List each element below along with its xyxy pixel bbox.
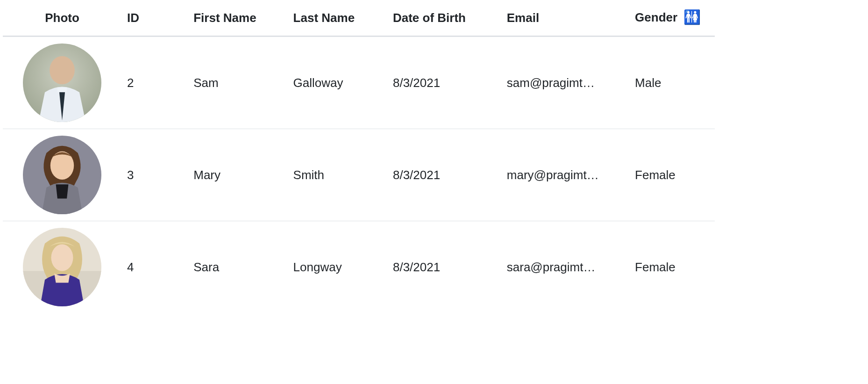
table-row[interactable]: 3 Mary Smith 8/3/2021 mary@pragimt… Fema… bbox=[3, 129, 715, 221]
cell-photo bbox=[3, 129, 121, 221]
svg-point-7 bbox=[51, 244, 73, 271]
avatar bbox=[23, 43, 101, 122]
employee-table: Photo ID First Name Last Name Date of Bi… bbox=[3, 0, 715, 313]
cell-last-name: Longway bbox=[288, 221, 387, 313]
cell-last-name: Smith bbox=[288, 129, 387, 221]
cell-email: sam@pragimt… bbox=[501, 36, 629, 129]
cell-id: 3 bbox=[121, 129, 188, 221]
cell-date-of-birth: 8/3/2021 bbox=[387, 221, 501, 313]
header-first-name[interactable]: First Name bbox=[188, 0, 287, 36]
cell-first-name: Sara bbox=[188, 221, 287, 313]
avatar bbox=[23, 228, 101, 306]
header-last-name[interactable]: Last Name bbox=[288, 0, 387, 36]
svg-rect-2 bbox=[57, 87, 67, 92]
cell-id: 2 bbox=[121, 36, 188, 129]
cell-gender: Male bbox=[629, 36, 715, 129]
cell-email: mary@pragimt… bbox=[501, 129, 629, 221]
cell-first-name: Sam bbox=[188, 36, 287, 129]
cell-gender: Female bbox=[629, 221, 715, 313]
header-gender-label: Gender bbox=[635, 10, 677, 24]
cell-gender: Female bbox=[629, 129, 715, 221]
table-row[interactable]: 2 Sam Galloway 8/3/2021 sam@pragimt… Mal… bbox=[3, 36, 715, 129]
header-gender[interactable]: Gender 🚻 bbox=[629, 0, 715, 36]
cell-date-of-birth: 8/3/2021 bbox=[387, 36, 501, 129]
cell-date-of-birth: 8/3/2021 bbox=[387, 129, 501, 221]
header-date-of-birth[interactable]: Date of Birth bbox=[387, 0, 501, 36]
cell-email: sara@pragimt… bbox=[501, 221, 629, 313]
header-photo[interactable]: Photo bbox=[3, 0, 121, 36]
cell-photo bbox=[3, 36, 121, 129]
cell-last-name: Galloway bbox=[288, 36, 387, 129]
table-header-row: Photo ID First Name Last Name Date of Bi… bbox=[3, 0, 715, 36]
svg-point-1 bbox=[50, 56, 75, 84]
table-row[interactable]: 4 Sara Longway 8/3/2021 sara@pragimt… Fe… bbox=[3, 221, 715, 313]
header-id[interactable]: ID bbox=[121, 0, 188, 36]
cell-id: 4 bbox=[121, 221, 188, 313]
cell-first-name: Mary bbox=[188, 129, 287, 221]
restroom-icon: 🚻 bbox=[683, 10, 701, 24]
header-email[interactable]: Email bbox=[501, 0, 629, 36]
cell-photo bbox=[3, 221, 121, 313]
avatar bbox=[23, 136, 101, 214]
